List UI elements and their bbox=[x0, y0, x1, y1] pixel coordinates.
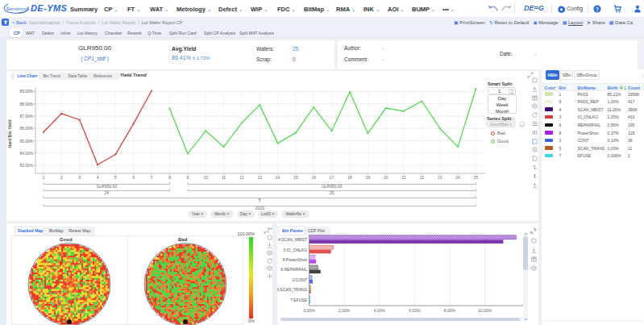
svg-text:24: 24 bbox=[104, 190, 109, 195]
svg-text:5: 5 bbox=[259, 198, 261, 202]
svg-text:24: 24 bbox=[455, 176, 460, 180]
svg-text:89.00%: 89.00% bbox=[19, 90, 33, 94]
svg-text:1: 1 bbox=[43, 176, 45, 180]
svg-text:17: 17 bbox=[330, 176, 334, 180]
svg-text:6.00%: 6.00% bbox=[409, 308, 421, 313]
svg-text:15: 15 bbox=[293, 176, 298, 180]
svg-text:0%: 0% bbox=[248, 319, 255, 323]
svg-text:11: 11 bbox=[222, 176, 226, 180]
svg-text:8.00%: 8.00% bbox=[444, 308, 456, 313]
svg-text:10.00%: 10.00% bbox=[478, 308, 492, 313]
svg-text:12: 12 bbox=[239, 176, 244, 180]
svg-text:2.00%: 2.00% bbox=[339, 308, 351, 313]
svg-text:13: 13 bbox=[257, 176, 262, 180]
svg-text:83.00%: 83.00% bbox=[19, 164, 33, 168]
svg-text:6: 6 bbox=[132, 176, 135, 180]
svg-text:4: 4 bbox=[97, 176, 99, 180]
svg-text:7: 7 bbox=[151, 176, 153, 180]
svg-text:8:PowerShort: 8:PowerShort bbox=[283, 257, 308, 262]
svg-text:21: 21 bbox=[401, 176, 406, 180]
svg-text:2:CONT: 2:CONT bbox=[293, 277, 307, 282]
svg-text:4.00%: 4.00% bbox=[374, 308, 386, 313]
svg-text:16: 16 bbox=[311, 176, 316, 180]
svg-text:100.00%: 100.00% bbox=[237, 231, 255, 236]
svg-text:86.00%: 86.00% bbox=[19, 127, 33, 131]
svg-text:3:IO_ONLKG: 3:IO_ONLKG bbox=[283, 248, 307, 252]
svg-text:20: 20 bbox=[384, 176, 388, 180]
svg-text:18: 18 bbox=[347, 176, 352, 180]
svg-text:4:SCAN_MBIST: 4:SCAN_MBIST bbox=[278, 237, 307, 242]
svg-text:5:SCAN_TRANS: 5:SCAN_TRANS bbox=[277, 287, 308, 292]
svg-text:85.00%: 85.00% bbox=[19, 140, 33, 144]
svg-text:2: 2 bbox=[60, 176, 63, 180]
svg-text:87.00%: 87.00% bbox=[19, 115, 33, 119]
svg-text:Semitronix: Semitronix bbox=[6, 6, 29, 11]
svg-text:0.00%: 0.00% bbox=[303, 308, 315, 313]
svg-text:23: 23 bbox=[438, 176, 442, 180]
svg-text:9: 9 bbox=[186, 176, 189, 180]
svg-text:84.00%: 84.00% bbox=[19, 152, 33, 156]
svg-text:6:REPAIRFAIL: 6:REPAIRFAIL bbox=[280, 267, 307, 272]
svg-text:Hard Bin Yield: Hard Bin Yield bbox=[7, 119, 12, 148]
svg-text:19: 19 bbox=[366, 176, 371, 180]
svg-text:7:EFUSE: 7:EFUSE bbox=[290, 298, 308, 302]
svg-text:3: 3 bbox=[78, 176, 81, 180]
svg-text:14: 14 bbox=[276, 176, 280, 180]
svg-text:25: 25 bbox=[474, 176, 479, 180]
svg-text:10: 10 bbox=[203, 176, 208, 180]
svg-text:GLR950.00: GLR950.00 bbox=[322, 184, 343, 189]
svg-text:25: 25 bbox=[330, 190, 334, 195]
svg-text:22: 22 bbox=[420, 176, 425, 180]
svg-text:5: 5 bbox=[114, 176, 117, 180]
svg-text:GLR950.93: GLR950.93 bbox=[96, 184, 117, 189]
svg-text:8: 8 bbox=[168, 176, 171, 180]
svg-text:88.00%: 88.00% bbox=[19, 102, 33, 106]
svg-text:?: ? bbox=[596, 6, 599, 12]
